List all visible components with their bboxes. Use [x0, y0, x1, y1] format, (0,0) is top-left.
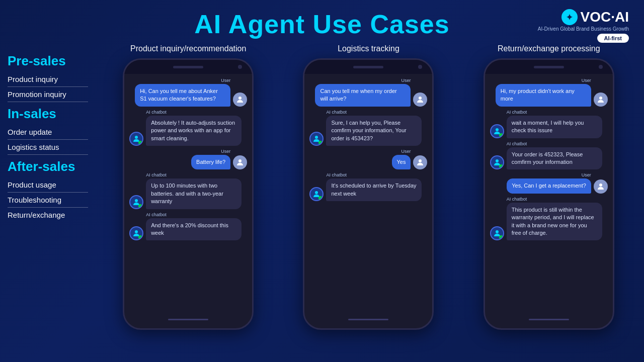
phone-body-2: UserHi, my product didn't work any moreA… — [485, 74, 613, 328]
column-title-1: Logistics tracking — [338, 44, 399, 53]
svg-point-1 — [135, 136, 138, 139]
svg-point-10 — [496, 128, 499, 131]
svg-point-12 — [599, 184, 602, 187]
main-content: Pre-sales Product inquiry Promotion inqu… — [0, 44, 644, 351]
svg-point-9 — [599, 97, 602, 100]
svg-point-13 — [496, 230, 499, 233]
logo-brand: VOC·AI — [581, 9, 629, 25]
sidebar: Pre-sales Product inquiry Promotion inqu… — [0, 44, 93, 351]
column-title-0: Product inquiry/recommendation — [130, 44, 246, 53]
chat-message-1-0: UserCan you tell me when my order will a… — [309, 78, 427, 107]
phone-1: UserCan you tell me when my order will a… — [303, 58, 434, 330]
svg-point-5 — [419, 97, 422, 100]
phone-body-0: UserHi, Can you tell me about Anker S1 v… — [124, 74, 252, 328]
chat-message-0-3: AI chatbotUp to 100 minutes with two bat… — [129, 172, 247, 209]
page-header: AI Agent Use Cases ✦ VOC·AI AI-Driven Gl… — [0, 0, 644, 44]
chat-message-0-4: AI chatbotAnd there's a 20% discount thi… — [129, 212, 247, 241]
chat-message-2-1: AI chatbotwait a moment, I will help you… — [490, 110, 608, 138]
phone-column-1: Logistics trackingUserCan you tell me wh… — [293, 44, 444, 330]
column-title-2: Return/exchange processing — [498, 44, 600, 53]
logo-icon: ✦ — [561, 9, 578, 25]
chat-message-2-0: UserHi, my product didn't work any more — [490, 78, 608, 107]
phone-column-0: Product inquiry/recommendationUserHi, Ca… — [113, 44, 264, 330]
chat-message-1-3: AI chatbotIt's scheduled to arrive by Tu… — [309, 172, 427, 201]
sidebar-item-product-inquiry[interactable]: Product inquiry — [8, 72, 88, 87]
sidebar-item-return-exchange[interactable]: Return/exchange — [8, 208, 88, 222]
chat-message-0-1: AI chatbotAbsolutely ! It auto-adjusts s… — [129, 110, 247, 146]
svg-point-4 — [135, 230, 138, 233]
sidebar-section-insales-title: In-sales — [8, 106, 88, 122]
sidebar-item-logistics-status[interactable]: Logistics status — [8, 140, 88, 155]
phone-2: UserHi, my product didn't work any moreA… — [484, 58, 614, 330]
chat-message-2-4: AI chatbotThis product is still within t… — [490, 197, 608, 241]
chat-message-1-1: AI chatbotSure, I can help you, Please c… — [309, 110, 427, 146]
sidebar-item-product-usage[interactable]: Product usage — [8, 177, 88, 193]
chat-message-0-2: UserBattery life? — [129, 149, 247, 169]
logo-area: ✦ VOC·AI AI-Driven Global Brand Business… — [538, 9, 629, 43]
svg-point-11 — [496, 159, 499, 162]
svg-point-3 — [135, 199, 138, 202]
svg-point-0 — [238, 97, 242, 100]
phone-0: UserHi, Can you tell me about Anker S1 v… — [123, 58, 254, 330]
sidebar-section-aftersales-title: After-sales — [8, 159, 88, 174]
phones-area: Product inquiry/recommendationUserHi, Ca… — [93, 44, 644, 351]
sidebar-section-presales-title: Pre-sales — [8, 53, 88, 69]
logo-subtitle: AI-Driven Global Brand Business Growth — [538, 26, 629, 32]
phone-body-1: UserCan you tell me when my order will a… — [304, 74, 432, 328]
chat-message-2-3: UserYes, Can I get a replacement? — [490, 172, 608, 193]
phone-column-2: Return/exchange processingUserHi, my pro… — [473, 44, 624, 330]
logo: ✦ VOC·AI — [561, 9, 629, 25]
svg-point-7 — [419, 159, 422, 162]
sidebar-item-order-update[interactable]: Order update — [8, 125, 88, 140]
sidebar-item-troubleshooting[interactable]: Troubleshooting — [8, 193, 88, 208]
chat-message-1-2: UserYes — [309, 149, 427, 169]
chat-message-2-2: AI chatbotYour order is 452323, Please c… — [490, 141, 608, 170]
sidebar-item-promotion-inquiry[interactable]: Promotion inquiry — [8, 87, 88, 102]
chat-message-0-0: UserHi, Can you tell me about Anker S1 v… — [129, 78, 247, 107]
svg-point-2 — [238, 159, 242, 162]
svg-point-8 — [315, 191, 318, 194]
svg-point-6 — [315, 136, 318, 139]
ai-first-badge: AI-first — [597, 34, 629, 43]
